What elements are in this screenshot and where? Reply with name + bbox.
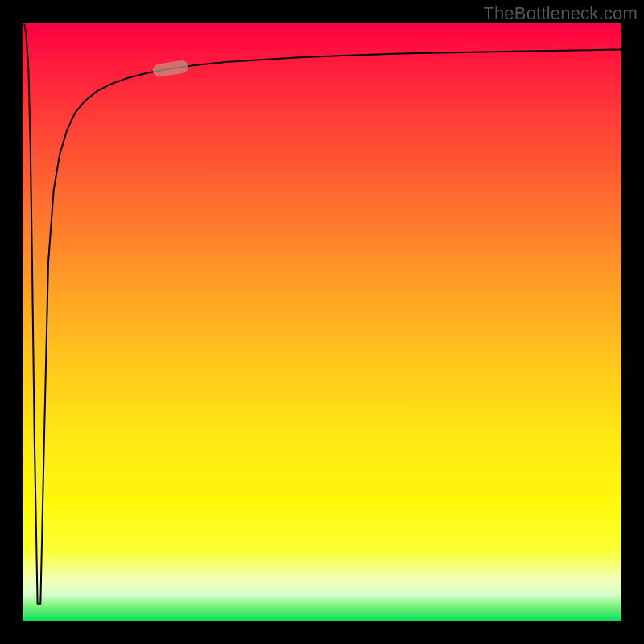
marker-rect xyxy=(152,60,189,78)
curve-overlay xyxy=(23,23,621,621)
plot-area xyxy=(23,23,621,621)
chart-frame: TheBottleneck.com xyxy=(0,0,644,644)
watermark-text: TheBottleneck.com xyxy=(483,3,638,24)
bottleneck-curve-path xyxy=(24,24,621,603)
curve-marker xyxy=(152,60,189,78)
